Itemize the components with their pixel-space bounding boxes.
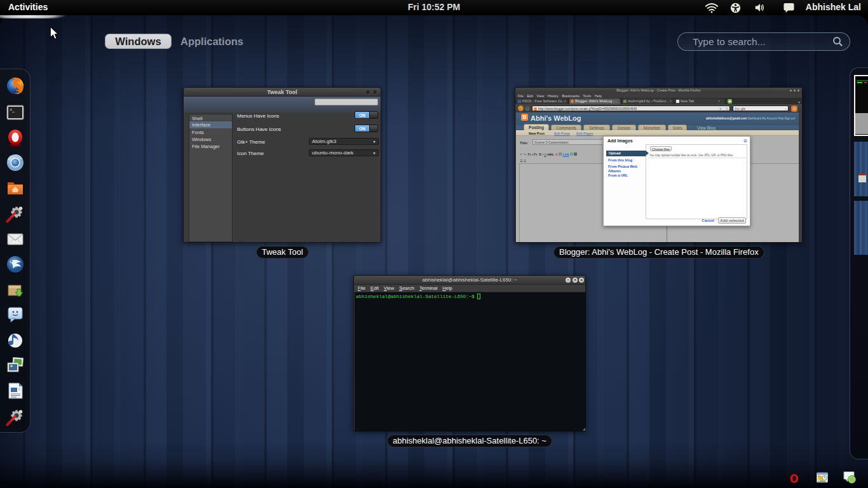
svg-text:>_: >_ — [10, 107, 15, 112]
